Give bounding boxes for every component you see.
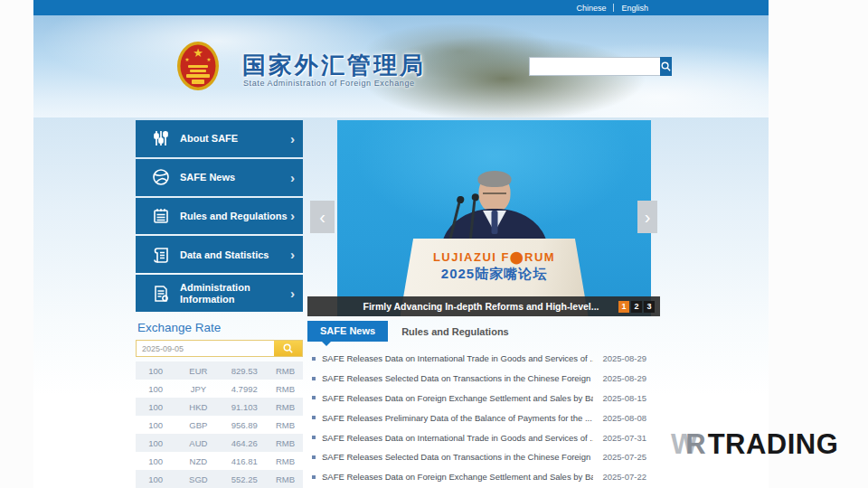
fx-rate: 464.26	[221, 438, 268, 448]
fx-rate: 416.81	[221, 456, 268, 466]
content-area: About SAFE › SAFE News ›	[33, 117, 769, 488]
carousel-page-3[interactable]: 3	[644, 301, 655, 313]
lang-chinese-link[interactable]: Chinese	[569, 4, 613, 13]
carousel-photo-lujiazui-forum[interactable]: LUJIAZUI F⬤RUM 2025陆家嘴论坛	[337, 120, 651, 316]
sidebar-menu: About SAFE › SAFE News ›	[136, 120, 303, 312]
sidebar-item-label: About SAFE	[180, 133, 290, 145]
fx-rate: 4.7992	[221, 384, 268, 394]
fx-unit: RMB	[268, 456, 303, 466]
bullet-icon	[312, 396, 316, 399]
news-date: 2025-07-25	[602, 452, 646, 462]
sidebar-item-administration-information[interactable]: Administration Information ›	[136, 275, 303, 312]
speaker-glasses	[483, 189, 506, 194]
chevron-right-icon: ›	[290, 209, 295, 222]
header-banner: ★ ★ ★ 国家外汇管理局 State Administration of Fo…	[33, 15, 769, 117]
lang-english-link[interactable]: English	[614, 4, 656, 13]
fx-amount: 100	[136, 474, 175, 484]
chevron-right-icon: ›	[290, 248, 295, 261]
chevron-right-icon: ›	[290, 286, 295, 300]
sidebar-item-label: Administration Information	[180, 282, 290, 305]
fx-rate: 552.25	[221, 474, 268, 484]
news-list-item[interactable]: SAFE Releases Data on International Trad…	[307, 427, 660, 447]
carousel-page-1[interactable]: 1	[618, 301, 629, 313]
exchange-rate-title: Exchange Rate	[137, 321, 303, 334]
chevron-right-icon: ›	[290, 171, 295, 184]
fx-currency: SGD	[175, 474, 221, 484]
document-gear-icon	[151, 284, 171, 304]
news-date: 2025-08-29	[602, 353, 646, 363]
sidebar-item-data-statistics[interactable]: Data and Statistics ›	[136, 236, 303, 273]
fx-currency: NZD	[175, 456, 221, 466]
carousel-caption-text[interactable]: Firmly Advancing In-depth Reforms and Hi…	[307, 301, 618, 312]
wr-trading-watermark: WRTRADING	[671, 428, 838, 461]
carousel-prev-button[interactable]: ‹	[310, 201, 335, 233]
news-tabs: SAFE News Rules and Regulations	[307, 321, 660, 342]
exchange-rate-row: 100 SGD 552.25 RMB	[136, 470, 303, 488]
news-list-item[interactable]: SAFE Releases Selected Data on Transacti…	[307, 369, 660, 389]
news-date: 2025-08-15	[602, 393, 646, 403]
exchange-rate-row: 100 EUR 829.53 RMB	[136, 361, 303, 380]
news-list-item[interactable]: SAFE Releases Data on Foreign Exchange S…	[307, 389, 660, 408]
news-date: 2025-08-08	[602, 413, 646, 423]
news-panel: SAFE News Rules and Regulations SAFE Rel…	[307, 321, 660, 487]
news-title: SAFE Releases Data on Foreign Exchange S…	[322, 472, 593, 482]
fx-amount: 100	[136, 366, 175, 376]
news-date: 2025-07-31	[602, 433, 646, 443]
exchange-date-input[interactable]	[137, 341, 274, 356]
news-title: SAFE Releases Selected Data on Transacti…	[322, 373, 593, 383]
news-list-item[interactable]: SAFE Releases Data on Foreign Exchange S…	[307, 467, 660, 487]
fx-currency: JPY	[175, 384, 221, 394]
bullet-icon	[312, 436, 316, 439]
svg-text:★: ★	[206, 57, 211, 62]
fx-amount: 100	[136, 420, 175, 430]
news-list-item[interactable]: SAFE Releases Data on International Trad…	[307, 349, 660, 369]
tab-safe-news[interactable]: SAFE News	[307, 321, 388, 342]
fx-amount: 100	[136, 456, 175, 466]
notebook-icon	[151, 206, 171, 226]
news-list: SAFE Releases Data on International Trad…	[307, 349, 660, 487]
svg-text:★: ★	[184, 57, 189, 62]
exchange-rate-row: 100 NZD 416.81 RMB	[136, 452, 303, 470]
news-carousel: LUJIAZUI F⬤RUM 2025陆家嘴论坛 ‹ › Firmly Adva…	[307, 120, 660, 316]
search-icon	[660, 61, 672, 72]
fx-rate: 829.53	[221, 366, 268, 376]
exchange-search-button[interactable]	[274, 341, 302, 356]
sidebar-item-safe-news[interactable]: SAFE News ›	[136, 159, 303, 196]
carousel-pagination: 1 2 3	[618, 301, 655, 313]
news-title: SAFE Releases Data on International Trad…	[322, 353, 593, 363]
fx-amount: 100	[136, 384, 175, 394]
fx-unit: RMB	[268, 402, 303, 412]
fx-amount: 100	[136, 402, 175, 412]
site-title-english: State Administration of Foreign Exchange	[243, 79, 415, 88]
sidebar-item-label: Rules and Regulations	[180, 211, 290, 222]
bullet-icon	[312, 357, 316, 361]
header-search-button[interactable]	[660, 57, 672, 76]
exchange-rate-row: 100 JPY 4.7992 RMB	[136, 380, 303, 398]
fx-unit: RMB	[268, 438, 303, 448]
news-title: SAFE Releases Selected Data on Transacti…	[322, 452, 593, 462]
fx-unit: RMB	[268, 474, 303, 484]
exchange-rate-row: 100 AUD 464.26 RMB	[136, 434, 303, 452]
exchange-rate-table: 100 EUR 829.53 RMB 100 JPY 4.7992 RMB	[136, 361, 303, 488]
fx-amount: 100	[136, 438, 175, 448]
news-list-item[interactable]: SAFE Releases Preliminary Data of the Ba…	[307, 408, 660, 427]
site-title-chinese: 国家外汇管理局	[242, 50, 426, 81]
safe-homepage: Chinese English ★ ★ ★ 国家外汇管理局 S	[0, 0, 868, 488]
exchange-date-bar	[136, 340, 303, 357]
search-icon	[282, 343, 294, 354]
carousel-page-2[interactable]: 2	[631, 301, 642, 313]
carousel-next-button[interactable]: ›	[637, 201, 657, 233]
bullet-icon	[312, 475, 316, 479]
exchange-rate-row: 100 GBP 956.89 RMB	[136, 416, 303, 434]
header-search-input[interactable]	[529, 57, 660, 76]
tab-rules-and-regulations[interactable]: Rules and Regulations	[401, 326, 509, 337]
header-search	[529, 57, 653, 76]
sidebar-item-rules-regulations[interactable]: Rules and Regulations ›	[136, 198, 303, 235]
sidebar-item-about-safe[interactable]: About SAFE ›	[136, 120, 303, 157]
news-title: SAFE Releases Data on Foreign Exchange S…	[322, 393, 593, 403]
news-list-item[interactable]: SAFE Releases Selected Data on Transacti…	[307, 447, 660, 467]
sidebar-item-label: Data and Statistics	[180, 249, 290, 261]
national-emblem: ★ ★ ★	[176, 41, 220, 93]
fx-rate: 91.103	[221, 402, 268, 412]
bullet-icon	[312, 416, 316, 419]
